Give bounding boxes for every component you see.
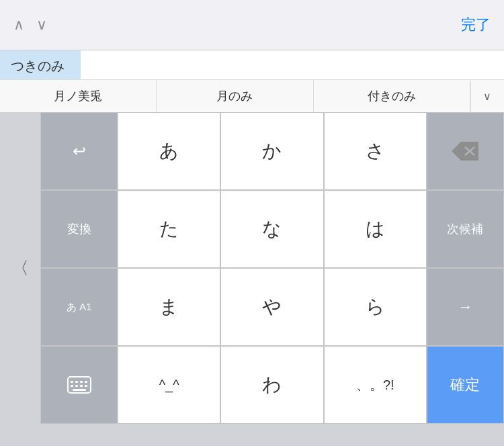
back-icon: 〈 (11, 257, 29, 280)
key-mode-switch[interactable]: あ A1 (40, 268, 118, 346)
key-sa[interactable]: さ (324, 112, 427, 190)
svg-rect-7 (85, 381, 87, 383)
key-backspace[interactable] (427, 112, 504, 190)
next-candidate-label: 次候補 (447, 221, 483, 237)
svg-rect-5 (75, 381, 78, 383)
mode-label: あ A1 (67, 301, 92, 314)
key-a[interactable]: あ (118, 112, 220, 190)
henkan-label: 変換 (67, 221, 91, 237)
undo-icon: ↩ (73, 142, 86, 161)
key-next-candidate[interactable]: 次候補 (427, 190, 504, 268)
keyboard-icon (67, 373, 91, 397)
key-na[interactable]: な (220, 190, 323, 268)
svg-rect-9 (75, 385, 78, 387)
svg-rect-11 (85, 385, 87, 387)
backspace-icon (452, 142, 478, 161)
nav-up-arrow[interactable]: ∧ (13, 16, 24, 34)
svg-rect-12 (73, 389, 86, 391)
keyboard-main: ↩ あ か さ 変換 た な は (40, 112, 504, 424)
key-henkan[interactable]: 変換 (40, 190, 118, 268)
key-wa[interactable]: わ (220, 346, 323, 424)
svg-rect-6 (80, 381, 83, 383)
done-button[interactable]: 完了 (461, 15, 491, 35)
keyboard-wrapper: 〈 ↩ あ か さ 変換 (0, 112, 504, 424)
confirm-label: 確定 (450, 375, 480, 395)
current-input-text: つきのみ (0, 50, 81, 79)
suggestions-row: 月ノ美兎 月のみ 付きのみ ∨ (0, 79, 504, 112)
left-sidebar-back[interactable]: 〈 (0, 112, 40, 424)
key-ya[interactable]: や (220, 268, 323, 346)
suggestion-item-0[interactable]: 月ノ美兎 (0, 80, 157, 112)
suggestion-container: つきのみ 月ノ美兎 月のみ 付きのみ ∨ (0, 50, 504, 112)
key-ma[interactable]: ま (118, 268, 220, 346)
key-undo[interactable]: ↩ (40, 112, 118, 190)
nav-down-arrow[interactable]: ∨ (36, 16, 47, 34)
keyboard-row-4: ^_^ わ 、。?! 確定 (40, 346, 504, 424)
svg-rect-10 (80, 385, 83, 387)
key-punctuation[interactable]: 、。?! (324, 346, 427, 424)
top-bar: ∧ ∨ 完了 (0, 0, 504, 50)
key-ta[interactable]: た (118, 190, 220, 268)
key-ra[interactable]: ら (324, 268, 427, 346)
key-arrow-right[interactable]: → (427, 268, 504, 346)
nav-arrows: ∧ ∨ (13, 16, 47, 34)
key-caret[interactable]: ^_^ (118, 346, 220, 424)
key-confirm[interactable]: 確定 (427, 346, 504, 424)
key-ha[interactable]: は (324, 190, 427, 268)
arrow-right-icon: → (458, 298, 472, 316)
svg-marker-0 (452, 142, 478, 161)
suggestion-item-2[interactable]: 付きのみ (314, 80, 470, 112)
keyboard-row-2: 変換 た な は 次候補 (40, 190, 504, 268)
key-ka[interactable]: か (220, 112, 323, 190)
svg-rect-8 (71, 385, 73, 387)
suggestion-item-1[interactable]: 月のみ (157, 80, 313, 112)
svg-rect-4 (71, 381, 73, 383)
suggestion-expand-button[interactable]: ∨ (470, 82, 504, 111)
keyboard-row-1: ↩ あ か さ (40, 112, 504, 190)
keyboard-row-3: あ A1 ま や ら → (40, 268, 504, 346)
key-symbol[interactable] (40, 346, 118, 424)
